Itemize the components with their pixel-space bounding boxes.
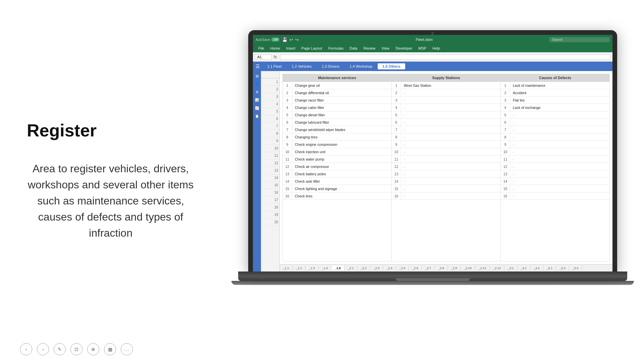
bottom-tab[interactable]: _2.8	[435, 266, 448, 270]
bottom-tab[interactable]: _2.6	[409, 266, 422, 270]
table-row[interactable]: 1Lack of maintenance	[501, 82, 609, 89]
bottom-tab[interactable]: _1.1	[280, 266, 293, 270]
table-row[interactable]: 10Check injection unit	[283, 148, 391, 156]
bottom-tab[interactable]: _3.1	[504, 266, 518, 270]
table-row[interactable]: 5Change diesel filter	[283, 111, 391, 119]
tab-drivers[interactable]: 1.3 Drivers	[317, 63, 344, 69]
bottom-tab[interactable]: _1.5	[331, 266, 344, 270]
nav-edit-button[interactable]: ✎	[54, 343, 66, 355]
bottom-tab[interactable]: _5.2	[556, 266, 569, 270]
table-row[interactable]: 8-	[392, 133, 500, 141]
table-row[interactable]: 15Check lighting and signage	[283, 185, 391, 192]
nav-prev-button[interactable]: ‹	[20, 343, 32, 355]
hamburger-icon[interactable]: ☰	[256, 64, 260, 69]
table-row[interactable]: 11-	[501, 156, 609, 163]
menu-developer[interactable]: Developer	[393, 46, 415, 51]
bottom-tab[interactable]: _2.12	[490, 266, 505, 270]
table-row[interactable]: 16Check tires	[283, 192, 391, 200]
table-row[interactable]: 10-	[392, 148, 500, 156]
menu-insert[interactable]: Insert	[283, 46, 298, 51]
table-row[interactable]: 16-	[501, 192, 609, 200]
table-row[interactable]: 12-	[501, 163, 609, 170]
menu-view[interactable]: View	[379, 46, 392, 51]
table-row[interactable]: 13-	[392, 170, 500, 178]
bottom-tab[interactable]: _2.11	[475, 266, 490, 270]
sidebar-icon-5[interactable]: 📈	[254, 105, 260, 111]
nav-copy-button[interactable]: ⊡	[70, 343, 83, 355]
table-row[interactable]: 5-	[501, 111, 609, 119]
table-row[interactable]: 1West Gas Station	[392, 82, 500, 89]
table-row[interactable]: 15-	[392, 185, 500, 192]
table-row[interactable]: 3Change racor filter	[283, 97, 391, 104]
table-row[interactable]: 7Change windshield wiper blades	[283, 126, 391, 133]
undo-icon[interactable]: ↩	[289, 37, 293, 42]
sidebar-icon-3[interactable]: ⚙	[254, 88, 260, 95]
menu-file[interactable]: File	[256, 46, 267, 51]
table-row[interactable]: 9Check engine compression	[283, 141, 391, 148]
bottom-tab[interactable]: _2.10	[461, 266, 475, 270]
menu-review[interactable]: Review	[361, 46, 378, 51]
menu-data[interactable]: Data	[347, 46, 360, 51]
table-row[interactable]: 11Check water pump	[283, 156, 391, 163]
formula-input[interactable]	[280, 54, 610, 60]
table-row[interactable]: 3-	[392, 97, 500, 104]
menu-home[interactable]: Home	[268, 46, 283, 51]
bottom-tab[interactable]: _2.9	[448, 266, 461, 270]
table-row[interactable]: 12Check air compressor	[283, 163, 391, 170]
bottom-tab[interactable]: _2.5	[396, 266, 409, 270]
table-row[interactable]: 6-	[501, 119, 609, 126]
bottom-tab[interactable]: _2.2	[357, 266, 370, 270]
bottom-tab[interactable]: _2.4	[383, 266, 396, 270]
tab-workshop[interactable]: 1.4 Workshop	[345, 63, 377, 69]
table-row[interactable]: 9-	[501, 141, 609, 148]
table-row[interactable]: 14Check axle lifter	[283, 178, 391, 185]
sidebar-icon-6[interactable]: 📋	[254, 113, 260, 119]
bottom-tab[interactable]: _1.2	[293, 266, 306, 270]
table-row[interactable]: 13Check battery poles	[283, 170, 391, 178]
table-row[interactable]: 11-	[392, 156, 500, 163]
tab-others[interactable]: 1.5 Others	[378, 63, 405, 69]
table-row[interactable]: 4Lack of exchange	[501, 104, 609, 111]
table-row[interactable]: 14-	[392, 178, 500, 185]
sidebar-icon-2[interactable]: 👤	[254, 80, 260, 87]
sidebar-icon-1[interactable]: ▤	[254, 72, 260, 79]
menu-page-layout[interactable]: Page Layout	[299, 46, 325, 51]
table-row[interactable]: 13-	[501, 170, 609, 178]
table-row[interactable]: 1Change gear oil	[283, 82, 391, 89]
table-row[interactable]: 3Flat tire	[501, 97, 609, 104]
table-row[interactable]: 16-	[392, 192, 500, 200]
sidebar-icon-4[interactable]: 📊	[254, 97, 260, 103]
redo-icon[interactable]: ↪	[295, 37, 299, 42]
table-row[interactable]: 4Change cabin filter	[283, 104, 391, 111]
menu-msp[interactable]: MSP	[416, 46, 429, 51]
nav-more-button[interactable]: …	[121, 343, 133, 355]
table-row[interactable]: 7-	[501, 126, 609, 133]
table-row[interactable]: 5-	[392, 111, 500, 119]
table-row[interactable]: 14-	[501, 178, 609, 185]
bottom-tab[interactable]: _1.3	[306, 266, 319, 270]
table-row[interactable]: 6-	[392, 119, 500, 126]
search-input[interactable]	[549, 37, 610, 42]
table-row[interactable]: 9-	[392, 141, 500, 148]
bottom-tab[interactable]: _1.4	[319, 266, 332, 270]
menu-help[interactable]: Help	[430, 46, 443, 51]
table-row[interactable]: 10-	[501, 148, 609, 156]
table-row[interactable]: 6Change lubricant filter	[283, 119, 391, 126]
bottom-tab[interactable]: _2.7	[422, 266, 435, 270]
tab-vehicles[interactable]: 1.2 Vehicles	[287, 63, 316, 69]
table-row[interactable]: 8Changing tires	[283, 133, 391, 141]
bottom-tab[interactable]: _5.3	[569, 266, 582, 270]
nav-zoom-button[interactable]: ⊕	[87, 343, 99, 355]
menu-formulas[interactable]: Formulas	[325, 46, 346, 51]
bottom-tab[interactable]: _2.1	[344, 266, 358, 270]
save-icon[interactable]: 💾	[282, 37, 287, 42]
autosave-toggle[interactable]: Off	[271, 38, 279, 42]
table-row[interactable]: 15-	[501, 185, 609, 192]
tab-fleet[interactable]: 1.1 Fleet	[263, 63, 286, 69]
table-row[interactable]: 2Accident	[501, 89, 609, 97]
table-row[interactable]: 12-	[392, 163, 500, 170]
table-row[interactable]: 2-	[392, 89, 500, 97]
table-row[interactable]: 8-	[501, 133, 609, 141]
table-row[interactable]: 4-	[392, 104, 500, 111]
table-row[interactable]: 2Change differential oil	[283, 89, 391, 97]
